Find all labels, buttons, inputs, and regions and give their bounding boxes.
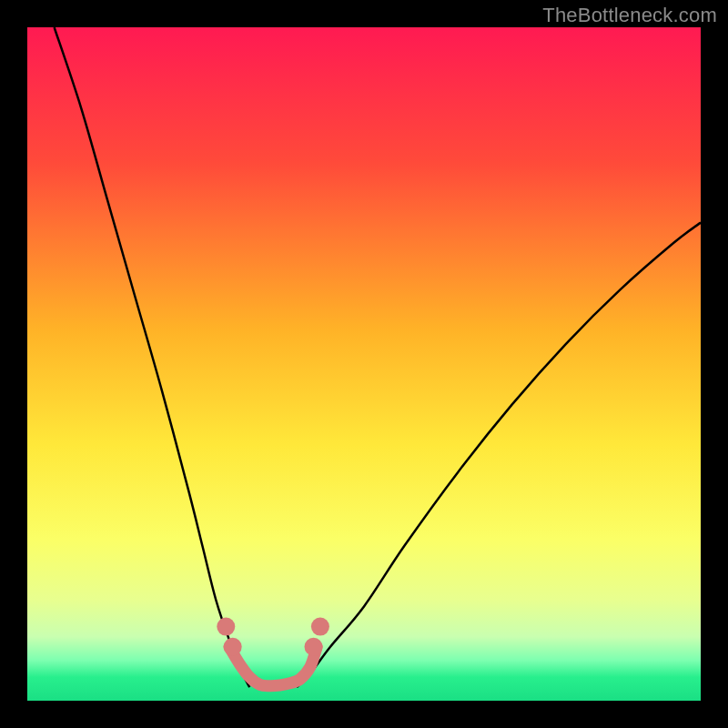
left-marker-lower (224, 638, 242, 656)
curves-layer (27, 27, 701, 701)
left-marker-upper (217, 618, 235, 636)
right-marker-lower (311, 618, 329, 636)
plot-area (27, 27, 701, 701)
left-curve (55, 27, 250, 687)
right-curve (297, 223, 701, 688)
watermark-text: TheBottleneck.com (542, 4, 717, 27)
right-marker-upper (305, 638, 323, 656)
bottom-segment (229, 647, 317, 686)
chart-frame: TheBottleneck.com (0, 0, 728, 728)
